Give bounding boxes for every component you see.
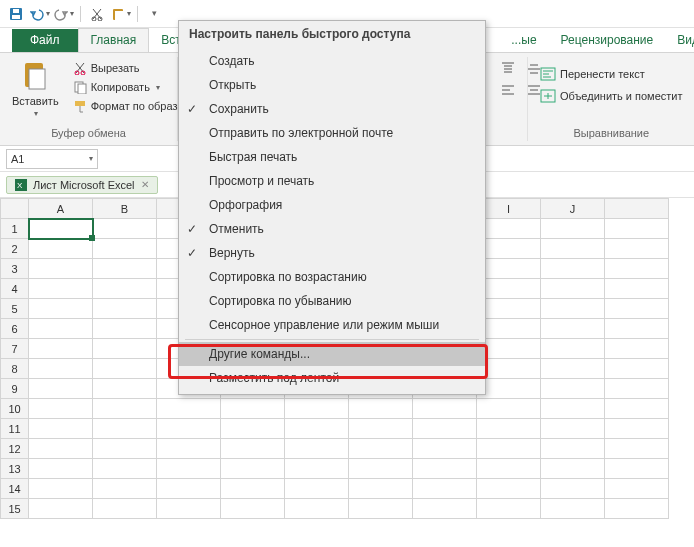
cell[interactable] <box>93 379 157 399</box>
cell[interactable] <box>349 419 413 439</box>
tab-view[interactable]: Вид <box>665 29 694 52</box>
column-header[interactable]: B <box>93 199 157 219</box>
cut-icon[interactable] <box>87 4 107 24</box>
cell[interactable] <box>221 459 285 479</box>
cell[interactable] <box>93 279 157 299</box>
cell[interactable] <box>605 399 669 419</box>
cell[interactable] <box>93 499 157 519</box>
name-box[interactable]: A1 ▾ <box>6 149 98 169</box>
merge-button[interactable]: Объединить и поместит <box>536 87 687 105</box>
cell[interactable] <box>605 479 669 499</box>
cell[interactable] <box>541 219 605 239</box>
cell[interactable] <box>605 319 669 339</box>
menu-item[interactable]: Отправить по электронной почте <box>179 121 485 145</box>
cell[interactable] <box>413 439 477 459</box>
cell[interactable] <box>477 359 541 379</box>
cell[interactable] <box>157 439 221 459</box>
menu-item[interactable]: Быстрая печать <box>179 145 485 169</box>
row-header[interactable]: 4 <box>1 279 29 299</box>
cell[interactable] <box>477 479 541 499</box>
row-header[interactable]: 7 <box>1 339 29 359</box>
cell[interactable] <box>349 499 413 519</box>
wrap-text-button[interactable]: Перенести текст <box>536 65 649 83</box>
cell[interactable] <box>413 499 477 519</box>
menu-item[interactable]: ✓Вернуть <box>179 241 485 265</box>
cell[interactable] <box>93 459 157 479</box>
cell[interactable] <box>29 279 93 299</box>
cell[interactable] <box>29 459 93 479</box>
align-top-button[interactable] <box>496 59 520 79</box>
cell[interactable] <box>477 499 541 519</box>
cell[interactable] <box>157 499 221 519</box>
cell[interactable] <box>29 319 93 339</box>
cell[interactable] <box>93 339 157 359</box>
cell[interactable] <box>605 459 669 479</box>
cell[interactable] <box>413 399 477 419</box>
cell[interactable] <box>285 399 349 419</box>
cell[interactable] <box>605 259 669 279</box>
cell[interactable] <box>541 419 605 439</box>
close-icon[interactable]: ✕ <box>141 179 149 190</box>
document-tab[interactable]: X Лист Microsoft Excel ✕ <box>6 176 158 194</box>
paste-icon[interactable]: ▾ <box>111 4 131 24</box>
cell[interactable] <box>541 299 605 319</box>
cell[interactable] <box>93 439 157 459</box>
cell[interactable] <box>29 419 93 439</box>
cell[interactable] <box>413 419 477 439</box>
cell[interactable] <box>605 239 669 259</box>
cell[interactable] <box>605 339 669 359</box>
cell[interactable] <box>93 419 157 439</box>
cell[interactable] <box>541 499 605 519</box>
cell[interactable] <box>93 399 157 419</box>
format-painter-button[interactable]: Формат по образ... <box>69 97 191 115</box>
undo-icon[interactable]: ▾ <box>30 4 50 24</box>
cell[interactable] <box>477 239 541 259</box>
cell[interactable] <box>157 479 221 499</box>
paste-button[interactable]: Вставить ▾ <box>8 59 63 120</box>
cell[interactable] <box>541 479 605 499</box>
cell[interactable] <box>285 499 349 519</box>
cell[interactable] <box>221 499 285 519</box>
column-header[interactable]: J <box>541 199 605 219</box>
column-header[interactable]: A <box>29 199 93 219</box>
menu-item[interactable]: Орфография <box>179 193 485 217</box>
row-header[interactable]: 9 <box>1 379 29 399</box>
cell[interactable] <box>29 339 93 359</box>
cell[interactable] <box>29 299 93 319</box>
cell[interactable] <box>349 399 413 419</box>
cell[interactable] <box>93 299 157 319</box>
cell[interactable] <box>349 439 413 459</box>
cell[interactable] <box>541 399 605 419</box>
cell[interactable] <box>285 459 349 479</box>
save-icon[interactable] <box>6 4 26 24</box>
cell[interactable] <box>29 499 93 519</box>
tab-review[interactable]: Рецензирование <box>549 29 666 52</box>
menu-item[interactable]: ✓Сохранить <box>179 97 485 121</box>
cell[interactable] <box>541 339 605 359</box>
menu-item[interactable]: Сортировка по возрастанию <box>179 265 485 289</box>
row-header[interactable]: 14 <box>1 479 29 499</box>
column-header[interactable] <box>605 199 669 219</box>
cell[interactable] <box>541 359 605 379</box>
cell[interactable] <box>477 459 541 479</box>
menu-item[interactable]: ✓Отменить <box>179 217 485 241</box>
cell[interactable] <box>477 259 541 279</box>
cell[interactable] <box>605 219 669 239</box>
cell[interactable] <box>29 379 93 399</box>
menu-item[interactable]: Открыть <box>179 73 485 97</box>
cell[interactable] <box>477 299 541 319</box>
customize-qat-icon[interactable]: ▾ <box>144 4 164 24</box>
cell[interactable] <box>477 339 541 359</box>
cell[interactable] <box>541 379 605 399</box>
cell[interactable] <box>349 479 413 499</box>
cell[interactable] <box>93 319 157 339</box>
row-header[interactable]: 13 <box>1 459 29 479</box>
cell[interactable] <box>541 459 605 479</box>
cell[interactable] <box>93 219 157 239</box>
cell[interactable] <box>477 399 541 419</box>
cell[interactable] <box>477 439 541 459</box>
align-left-button[interactable] <box>496 81 520 101</box>
cell[interactable] <box>541 259 605 279</box>
cell[interactable] <box>605 279 669 299</box>
cell[interactable] <box>605 499 669 519</box>
